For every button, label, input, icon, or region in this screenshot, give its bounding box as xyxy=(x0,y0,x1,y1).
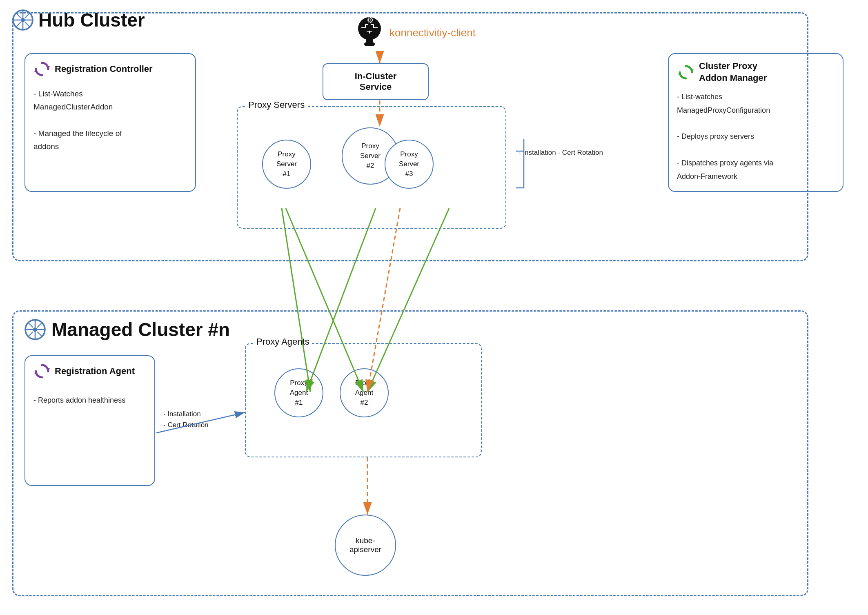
install-cert-label-hub: - Installation - Cert Rotation xyxy=(519,147,603,158)
reg-agent-header: Registration Agent xyxy=(33,363,146,380)
reg-controller-body: - List-WatchesManagedClusterAddon - Mana… xyxy=(33,87,187,153)
in-cluster-service: In-ClusterService xyxy=(323,63,429,100)
reg-controller-title: Registration Controller xyxy=(55,64,153,74)
addon-item-2: - Deploys proxy servers xyxy=(677,130,835,143)
svg-line-36 xyxy=(28,332,33,336)
in-cluster-service-label: In-ClusterService xyxy=(355,71,397,92)
svg-line-8 xyxy=(25,13,29,18)
svg-point-1 xyxy=(21,18,25,22)
svg-line-9 xyxy=(16,22,20,27)
registration-controller: Registration Controller - List-WatchesMa… xyxy=(24,53,196,192)
proxy-agent-2: ProxyAgent#2 xyxy=(340,368,389,417)
svg-line-7 xyxy=(25,22,29,27)
svg-text:⚙: ⚙ xyxy=(367,16,374,25)
reg-agent-title: Registration Agent xyxy=(55,366,135,377)
proxy-servers-box: Proxy Servers ProxyServer#1 ProxyServer#… xyxy=(237,106,506,229)
proxy-agents-box: Proxy Agents ProxyAgent#1 ProxyAgent#2 xyxy=(245,343,482,457)
diagram-container: Hub Cluster ⚙ konnectivitiy-client xyxy=(0,0,868,615)
konnectivity-icon: ⚙ xyxy=(355,16,384,49)
install-cert-label-managed: - Installation- Cert Rotation xyxy=(163,408,209,430)
proxy-agent-1: ProxyAgent#1 xyxy=(274,368,323,417)
proxy-servers-label: Proxy Servers xyxy=(246,100,307,110)
reg-controller-icon xyxy=(33,60,51,78)
svg-line-35 xyxy=(37,323,42,327)
hub-cluster-label: Hub Cluster xyxy=(12,9,145,31)
reg-controller-item-1: - List-WatchesManagedClusterAddon xyxy=(33,87,187,114)
hub-cluster-title: Hub Cluster xyxy=(38,9,145,31)
managed-cluster-label: Managed Cluster #n xyxy=(24,319,230,341)
reg-controller-header: Registration Controller xyxy=(33,60,187,78)
managed-cluster-kubernetes-icon xyxy=(24,319,46,340)
registration-agent: Registration Agent - Reports addon healt… xyxy=(24,355,155,486)
addon-manager-body: - List-watchesManagedProxyConfiguration … xyxy=(677,90,835,183)
konnectivity-label: konnectivitiy-client xyxy=(389,27,476,39)
svg-line-34 xyxy=(37,332,42,336)
managed-cluster-title: Managed Cluster #n xyxy=(51,319,230,341)
svg-line-33 xyxy=(28,323,33,327)
reg-controller-item-2: - Managed the lifecycle ofaddons xyxy=(33,127,187,154)
addon-manager-icon xyxy=(677,63,695,81)
kubernetes-icon xyxy=(12,9,33,31)
svg-point-28 xyxy=(33,328,37,332)
addon-manager-title: Cluster ProxyAddon Manager xyxy=(699,60,767,84)
proxy-agents-label: Proxy Agents xyxy=(254,336,312,347)
addon-item-3: - Dispatches proxy agents viaAddon-Frame… xyxy=(677,156,835,183)
proxy-server-3: ProxyServer#3 xyxy=(385,140,434,189)
reg-agent-body: - Reports addon healthiness xyxy=(33,396,146,405)
proxy-server-1: ProxyServer#1 xyxy=(262,140,311,189)
reg-agent-icon xyxy=(33,363,51,380)
addon-manager: Cluster ProxyAddon Manager - List-watche… xyxy=(668,53,844,192)
addon-item-1: - List-watchesManagedProxyConfiguration xyxy=(677,90,835,117)
konnectivity-section: ⚙ konnectivitiy-client xyxy=(355,16,476,49)
svg-rect-14 xyxy=(364,42,375,46)
addon-manager-header: Cluster ProxyAddon Manager xyxy=(677,60,835,84)
kube-apiserver: kube-apiserver xyxy=(335,515,396,576)
svg-line-6 xyxy=(16,13,20,18)
